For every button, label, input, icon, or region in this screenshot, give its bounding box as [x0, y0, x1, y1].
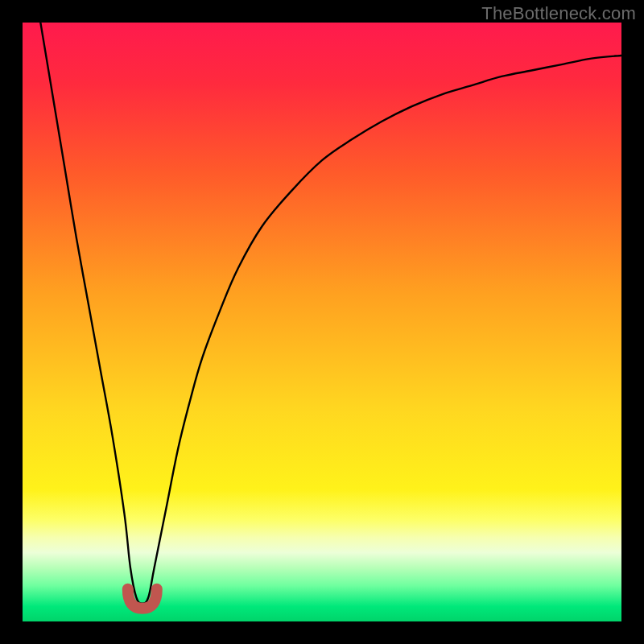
attribution-text: TheBottleneck.com — [481, 3, 636, 24]
chart-frame: TheBottleneck.com — [0, 0, 644, 644]
optimal-marker — [128, 589, 157, 609]
bottleneck-curve — [40, 23, 621, 604]
curve-layer — [23, 23, 621, 621]
plot-area — [23, 23, 621, 621]
